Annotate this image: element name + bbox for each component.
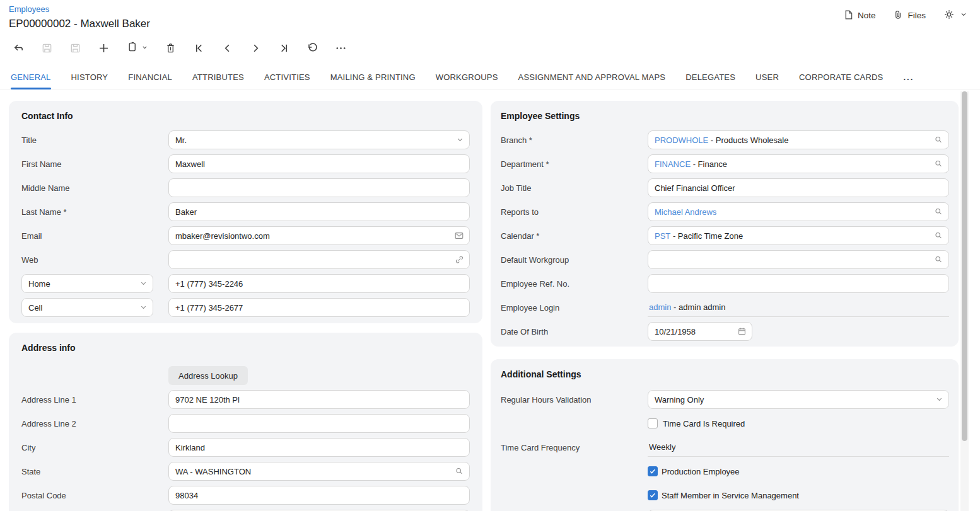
tab-delegates[interactable]: DELEGATES bbox=[685, 67, 735, 89]
tab-workgroups[interactable]: WORKGROUPS bbox=[436, 67, 498, 89]
staff-member-checkbox-row[interactable]: Staff Member in Service Management bbox=[648, 490, 799, 500]
phone1-field[interactable]: +1 (777) 345-2246 bbox=[168, 274, 470, 293]
middle-name-field[interactable] bbox=[168, 178, 470, 197]
calendar-code-link[interactable]: PST bbox=[655, 231, 670, 241]
state-field[interactable]: WA - WASHINGTON bbox=[168, 462, 470, 481]
link-icon[interactable] bbox=[455, 255, 464, 265]
dob-field[interactable]: 10/21/1958 bbox=[648, 322, 752, 341]
job-title-field[interactable]: Chief Financial Officer bbox=[648, 178, 949, 197]
search-icon[interactable] bbox=[934, 159, 943, 169]
address-line1-field[interactable]: 9702 NE 120th Pl bbox=[168, 390, 470, 409]
production-employee-checkbox[interactable] bbox=[648, 466, 658, 476]
time-card-required-checkbox[interactable] bbox=[648, 418, 658, 428]
staff-member-checkbox[interactable] bbox=[648, 490, 658, 500]
note-icon bbox=[843, 9, 854, 22]
reports-to-field[interactable]: Michael Andrews bbox=[648, 202, 949, 221]
time-card-required-checkbox-row[interactable]: Time Card Is Required bbox=[648, 418, 745, 428]
tab-assignment-and-approval-maps[interactable]: ASSIGNMENT AND APPROVAL MAPS bbox=[518, 67, 666, 89]
save-button[interactable] bbox=[69, 42, 81, 54]
department-row: Department * FINANCE - Finance bbox=[501, 154, 949, 173]
department-code-link[interactable]: FINANCE bbox=[655, 159, 691, 169]
chevron-down-icon[interactable] bbox=[139, 304, 148, 312]
employee-login-link[interactable]: admin bbox=[649, 302, 671, 312]
next-record-button[interactable] bbox=[250, 42, 262, 54]
first-name-row: First Name Maxwell bbox=[21, 154, 470, 173]
reports-to-link[interactable]: Michael Andrews bbox=[655, 207, 716, 217]
chevron-down-icon[interactable] bbox=[456, 136, 464, 144]
regular-hours-validation-select[interactable]: Warning Only bbox=[648, 390, 949, 409]
page-title: EP00000002 - Maxwell Baker bbox=[9, 16, 150, 32]
previous-record-button[interactable] bbox=[221, 42, 233, 54]
tab-user[interactable]: USER bbox=[755, 67, 779, 89]
tab-attributes[interactable]: ATTRIBUTES bbox=[192, 67, 244, 89]
add-new-button[interactable] bbox=[98, 42, 110, 54]
web-field[interactable] bbox=[168, 250, 470, 269]
first-record-button[interactable] bbox=[193, 42, 205, 54]
chevron-down-icon[interactable] bbox=[139, 280, 148, 288]
tab-activities[interactable]: ACTIVITIES bbox=[264, 67, 310, 89]
postal-code-value: 98034 bbox=[175, 491, 198, 500]
city-field[interactable]: Kirkland bbox=[168, 438, 470, 457]
breadcrumb[interactable]: Employees bbox=[9, 4, 150, 15]
vertical-scrollbar[interactable] bbox=[960, 91, 969, 511]
save-close-button[interactable] bbox=[41, 42, 53, 54]
calendar-field[interactable]: PST - Pacific Time Zone bbox=[648, 226, 949, 245]
postal-code-row: Postal Code 98034 bbox=[21, 486, 470, 505]
search-icon[interactable] bbox=[934, 135, 943, 145]
employee-ref-field[interactable] bbox=[648, 274, 949, 293]
tab-history[interactable]: HISTORY bbox=[71, 67, 108, 89]
calendar-icon[interactable] bbox=[737, 327, 747, 336]
search-icon[interactable] bbox=[455, 467, 464, 476]
first-name-field[interactable]: Maxwell bbox=[168, 154, 470, 173]
department-field[interactable]: FINANCE - Finance bbox=[648, 154, 949, 173]
production-employee-checkbox-row[interactable]: Production Employee bbox=[648, 466, 740, 476]
postal-code-field[interactable]: 98034 bbox=[168, 486, 470, 505]
calendar-label: Calendar * bbox=[501, 231, 648, 241]
default-workgroup-field[interactable] bbox=[648, 250, 949, 269]
email-field[interactable]: mbaker@revisiontwo.com bbox=[168, 226, 470, 245]
branch-code-link[interactable]: PRODWHOLE bbox=[655, 135, 708, 145]
title-select[interactable]: Mr. bbox=[168, 130, 470, 149]
address-line2-label: Address Line 2 bbox=[21, 419, 168, 428]
state-label: State bbox=[21, 467, 168, 476]
employee-ref-row: Employee Ref. No. bbox=[501, 274, 949, 293]
last-name-field[interactable]: Baker bbox=[168, 202, 470, 221]
phone1-type-select[interactable]: Home bbox=[21, 274, 153, 293]
search-icon[interactable] bbox=[934, 255, 943, 265]
branch-field[interactable]: PRODWHOLE - Products Wholesale bbox=[648, 130, 949, 149]
department-label: Department * bbox=[501, 159, 648, 169]
last-name-value: Baker bbox=[175, 207, 197, 217]
undo-button[interactable] bbox=[306, 42, 318, 54]
address-line1-row: Address Line 1 9702 NE 120th Pl bbox=[21, 390, 470, 409]
files-button[interactable]: Files bbox=[893, 9, 926, 22]
back-button[interactable] bbox=[13, 42, 25, 54]
delete-button[interactable] bbox=[165, 42, 177, 54]
phone2-type-select[interactable]: Cell bbox=[21, 298, 153, 317]
address-line2-field[interactable] bbox=[168, 414, 470, 433]
email-value: mbaker@revisiontwo.com bbox=[175, 231, 270, 241]
screen-settings-button[interactable] bbox=[943, 9, 967, 22]
tabs-overflow[interactable]: ... bbox=[904, 67, 914, 89]
scrollbar-thumb[interactable] bbox=[962, 91, 967, 441]
tab-financial[interactable]: FINANCIAL bbox=[128, 67, 172, 89]
job-title-value: Chief Financial Officer bbox=[655, 183, 735, 193]
tab-mailing-printing[interactable]: MAILING & PRINTING bbox=[330, 67, 416, 89]
search-icon[interactable] bbox=[934, 231, 943, 241]
last-record-button[interactable] bbox=[278, 42, 290, 54]
time-card-frequency-row: Time Card Frequency Weekly bbox=[501, 438, 949, 457]
note-button[interactable]: Note bbox=[843, 9, 876, 22]
middle-name-row: Middle Name bbox=[21, 178, 470, 197]
employee-login-field: admin - admin admin bbox=[648, 298, 949, 317]
copy-button[interactable] bbox=[126, 42, 148, 54]
tab-general[interactable]: GENERAL bbox=[11, 67, 51, 89]
address-lookup-button[interactable]: Address Lookup bbox=[168, 366, 248, 385]
chevron-down-icon[interactable] bbox=[935, 396, 943, 404]
search-icon[interactable] bbox=[934, 207, 943, 217]
email-label: Email bbox=[21, 231, 168, 241]
address-line1-value: 9702 NE 120th Pl bbox=[175, 395, 240, 405]
toolbar-more-button[interactable] bbox=[335, 42, 347, 54]
tab-corporate-cards[interactable]: CORPORATE CARDS bbox=[799, 67, 884, 89]
branch-label: Branch * bbox=[501, 135, 648, 145]
envelope-icon[interactable] bbox=[454, 231, 464, 241]
phone2-field[interactable]: +1 (777) 345-2677 bbox=[168, 298, 470, 317]
